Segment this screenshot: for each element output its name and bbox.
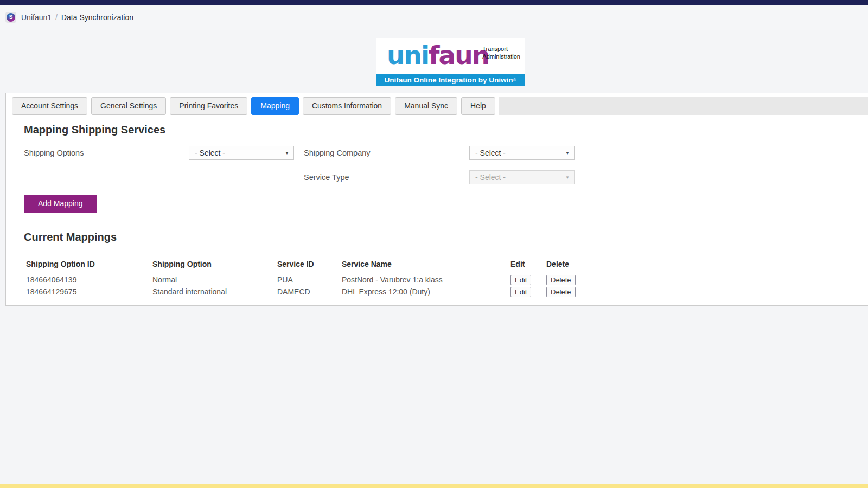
shipping-options-value: - Select -	[195, 149, 225, 157]
tab-general-settings[interactable]: General Settings	[91, 97, 166, 115]
footer-yellow-bar	[0, 484, 868, 488]
chevron-down-icon: ▼	[285, 151, 289, 156]
page-title: Mapping Shipping Services	[24, 124, 868, 136]
top-navy-bar	[0, 0, 868, 5]
service-type-label: Service Type	[304, 173, 469, 182]
col-delete: Delete	[546, 260, 655, 268]
shipping-options-label: Shipping Options	[24, 149, 189, 157]
edit-button[interactable]: Edit	[510, 287, 531, 297]
cell-service-name: PostNord - Varubrev 1:a klass	[342, 275, 510, 284]
unifaun-wordmark: unifaun	[387, 40, 489, 70]
cell-shipping-option: Standard international	[152, 287, 277, 296]
logo-banner-strip: Unifaun Online Integration by Uniwin®	[376, 74, 525, 86]
col-edit: Edit	[510, 260, 546, 268]
table-row: 184664129675 Standard international DAME…	[26, 286, 868, 298]
col-shipping-option: Shipping Option	[152, 260, 277, 268]
col-service-name: Service Name	[342, 260, 510, 268]
cell-service-id: DAMECD	[277, 287, 342, 296]
col-shipping-option-id: Shipping Option ID	[26, 260, 152, 268]
unifaun-logo-top: unifaun Transport Administration	[376, 38, 525, 74]
service-type-select: - Select - ▼	[469, 170, 575, 184]
shipping-options-select[interactable]: - Select - ▼	[189, 146, 294, 160]
app-logo-icon[interactable]: S	[5, 12, 16, 23]
breadcrumb-app[interactable]: Unifaun1	[21, 13, 52, 22]
tab-bar-filler	[499, 97, 868, 115]
tab-bar: Account Settings General Settings Printi…	[6, 93, 868, 115]
tab-printing-favorites[interactable]: Printing Favorites	[170, 97, 247, 115]
current-mappings-title: Current Mappings	[24, 231, 868, 243]
shipping-company-value: - Select -	[475, 149, 506, 157]
unifaun-logo: unifaun Transport Administration Unifaun…	[376, 38, 525, 86]
breadcrumb: S Unifaun1 / Data Synchronization	[0, 5, 868, 30]
shipping-company-label: Shipping Company	[304, 149, 469, 157]
mapping-form: Shipping Options - Select - ▼ Shipping C…	[24, 146, 868, 184]
cell-service-name: DHL Express 12:00 (Duty)	[342, 287, 510, 296]
unifaun-orb-icon: S	[7, 13, 15, 22]
chevron-down-icon: ▼	[565, 151, 570, 156]
delete-button[interactable]: Delete	[546, 287, 576, 297]
cell-shipping-option-id: 184664129675	[26, 287, 152, 296]
add-mapping-button[interactable]: Add Mapping	[24, 195, 97, 213]
mappings-table: Shipping Option ID Shipping Option Servi…	[26, 258, 868, 298]
breadcrumb-separator: /	[55, 13, 58, 22]
mapping-content: Mapping Shipping Services Shipping Optio…	[6, 124, 868, 305]
chevron-down-icon: ▼	[565, 175, 570, 180]
wordmark-uni: uni	[387, 40, 429, 70]
tagline-line2: Administration	[482, 53, 520, 60]
tab-help[interactable]: Help	[461, 97, 495, 115]
cell-shipping-option-id: 184664064139	[26, 275, 152, 284]
tab-account-settings[interactable]: Account Settings	[12, 97, 87, 115]
cell-service-id: PUA	[277, 275, 342, 284]
main-panel: Account Settings General Settings Printi…	[5, 93, 868, 306]
banner-registered-mark: ®	[513, 78, 516, 82]
wordmark-faun: faun	[429, 40, 489, 70]
tab-customs-information[interactable]: Customs Information	[303, 97, 391, 115]
service-type-value: - Select -	[475, 173, 506, 182]
banner-text: Unifaun Online Integration by Uniwin	[385, 76, 513, 84]
cell-shipping-option: Normal	[152, 275, 277, 284]
tab-manual-sync[interactable]: Manual Sync	[395, 97, 457, 115]
delete-button[interactable]: Delete	[546, 275, 576, 285]
logo-tagline: Transport Administration	[482, 45, 520, 61]
table-header-row: Shipping Option ID Shipping Option Servi…	[26, 258, 868, 271]
shipping-company-select[interactable]: - Select - ▼	[469, 146, 575, 160]
tagline-line1: Transport	[482, 45, 520, 53]
breadcrumb-page: Data Synchronization	[61, 13, 133, 22]
col-service-id: Service ID	[277, 260, 342, 268]
table-row: 184664064139 Normal PUA PostNord - Varub…	[26, 274, 868, 286]
edit-button[interactable]: Edit	[510, 275, 531, 285]
tab-mapping[interactable]: Mapping	[251, 97, 299, 115]
